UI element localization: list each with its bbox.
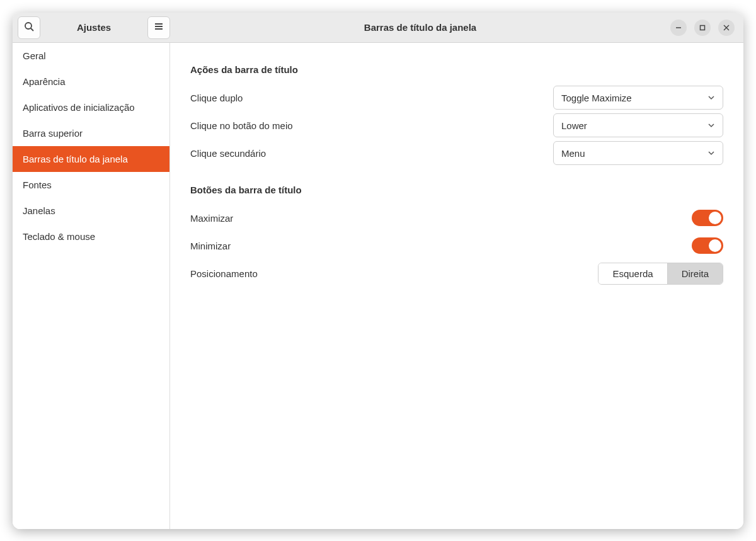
secondary-click-dropdown[interactable]: Menu — [553, 141, 723, 165]
minimize-label: Minimizar — [190, 241, 231, 251]
row-minimize: Minimizar — [190, 232, 723, 259]
sidebar-item-label: Aparência — [23, 76, 66, 87]
section-title-actions: Ações da barra de título — [190, 64, 723, 75]
sidebar-item-label: Janelas — [23, 205, 55, 216]
row-maximize: Maximizar — [190, 204, 723, 232]
sidebar-item-aparencia[interactable]: Aparência — [13, 69, 169, 94]
hamburger-icon — [154, 21, 164, 34]
chevron-down-icon — [707, 120, 715, 131]
dropdown-value: Lower — [561, 120, 587, 131]
menu-button[interactable] — [147, 16, 170, 39]
close-icon — [723, 22, 730, 33]
svg-line-1 — [31, 28, 33, 31]
double-click-label: Clique duplo — [190, 93, 243, 103]
sidebar: Geral Aparência Aplicativos de inicializ… — [13, 43, 170, 529]
placement-label: Posicionamento — [190, 268, 258, 279]
search-icon — [24, 21, 34, 34]
sidebar-item-barra-superior[interactable]: Barra superior — [13, 120, 169, 146]
close-window-button[interactable] — [718, 20, 735, 36]
seg-label: Esquerda — [612, 268, 653, 279]
maximize-window-button[interactable] — [694, 20, 711, 36]
content-pane: Ações da barra de título Clique duplo To… — [170, 43, 743, 529]
maximize-icon — [699, 22, 706, 33]
row-secondary-click: Clique secundário Menu — [190, 139, 723, 167]
window-controls — [670, 20, 743, 36]
svg-point-0 — [25, 23, 32, 29]
placement-segmented-control: Esquerda Direita — [598, 263, 723, 285]
sidebar-item-label: Geral — [23, 50, 46, 61]
middle-click-dropdown[interactable]: Lower — [553, 113, 723, 137]
dropdown-value: Toggle Maximize — [561, 93, 632, 103]
secondary-click-label: Clique secundário — [190, 148, 266, 159]
double-click-dropdown[interactable]: Toggle Maximize — [553, 86, 723, 110]
settings-window: Ajustes Barras de título da janela Geral… — [13, 13, 743, 529]
row-double-click: Clique duplo Toggle Maximize — [190, 84, 723, 111]
section-title-buttons: Botões da barra de título — [190, 185, 723, 195]
maximize-toggle[interactable] — [692, 210, 723, 226]
sidebar-item-janelas[interactable]: Janelas — [13, 198, 169, 224]
placement-left-button[interactable]: Esquerda — [598, 263, 667, 284]
row-placement: Posicionamento Esquerda Direita — [190, 259, 723, 287]
placement-right-button[interactable]: Direita — [668, 263, 723, 284]
svg-rect-6 — [701, 25, 705, 30]
sidebar-item-label: Barras de título da janela — [23, 154, 128, 164]
chevron-down-icon — [707, 93, 715, 103]
search-button[interactable] — [18, 16, 40, 39]
titlebar-left: Ajustes — [13, 16, 170, 39]
sidebar-item-teclado-mouse[interactable]: Teclado & mouse — [13, 224, 169, 249]
sidebar-item-label: Barra superior — [23, 128, 83, 139]
sidebar-item-label: Aplicativos de inicialização — [23, 102, 135, 113]
sidebar-item-aplicativos[interactable]: Aplicativos de inicialização — [13, 94, 169, 120]
sidebar-item-barras-titulo[interactable]: Barras de título da janela — [13, 146, 169, 172]
row-middle-click: Clique no botão do meio Lower — [190, 111, 723, 139]
maximize-label: Maximizar — [190, 213, 233, 224]
sidebar-item-label: Fontes — [23, 179, 52, 190]
page-title: Barras de título da janela — [170, 22, 670, 33]
seg-label: Direita — [682, 268, 709, 279]
chevron-down-icon — [707, 148, 715, 159]
sidebar-item-geral[interactable]: Geral — [13, 43, 169, 69]
minimize-icon — [675, 22, 682, 33]
minimize-toggle[interactable] — [692, 237, 723, 254]
dropdown-value: Menu — [561, 148, 585, 159]
titlebar: Ajustes Barras de título da janela — [13, 13, 743, 43]
sidebar-item-label: Teclado & mouse — [23, 231, 95, 242]
minimize-window-button[interactable] — [670, 20, 687, 36]
window-body: Geral Aparência Aplicativos de inicializ… — [13, 43, 743, 529]
app-title: Ajustes — [45, 22, 142, 33]
middle-click-label: Clique no botão do meio — [190, 120, 293, 131]
sidebar-item-fontes[interactable]: Fontes — [13, 172, 169, 198]
